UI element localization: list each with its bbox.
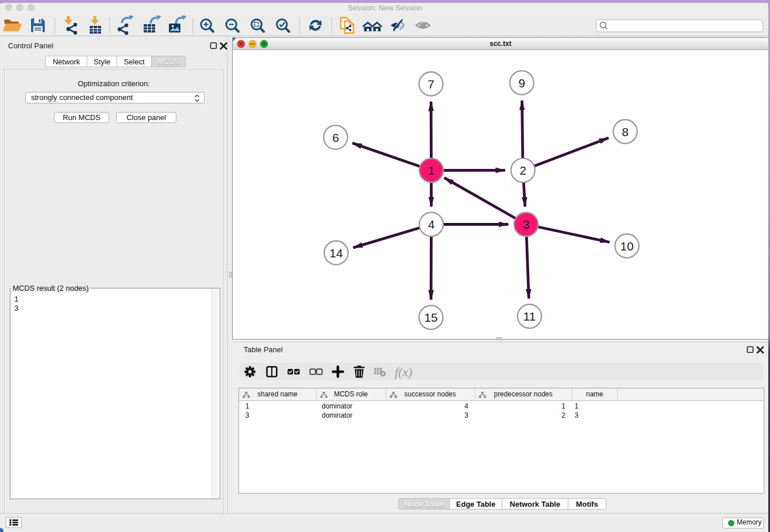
svg-text:6: 6: [332, 131, 339, 144]
svg-text:15: 15: [424, 311, 437, 324]
svg-text:3: 3: [523, 218, 530, 231]
svg-text:14: 14: [329, 246, 343, 260]
svg-text:2: 2: [519, 164, 526, 177]
svg-text:f(x): f(x): [395, 365, 413, 379]
svg-text:8: 8: [622, 125, 629, 138]
svg-text:11: 11: [523, 310, 536, 323]
svg-text:7: 7: [428, 78, 434, 91]
svg-text:4: 4: [428, 218, 435, 231]
svg-text:1: 1: [428, 164, 435, 177]
svg-text:10: 10: [620, 240, 633, 253]
svg-text:9: 9: [518, 76, 525, 90]
